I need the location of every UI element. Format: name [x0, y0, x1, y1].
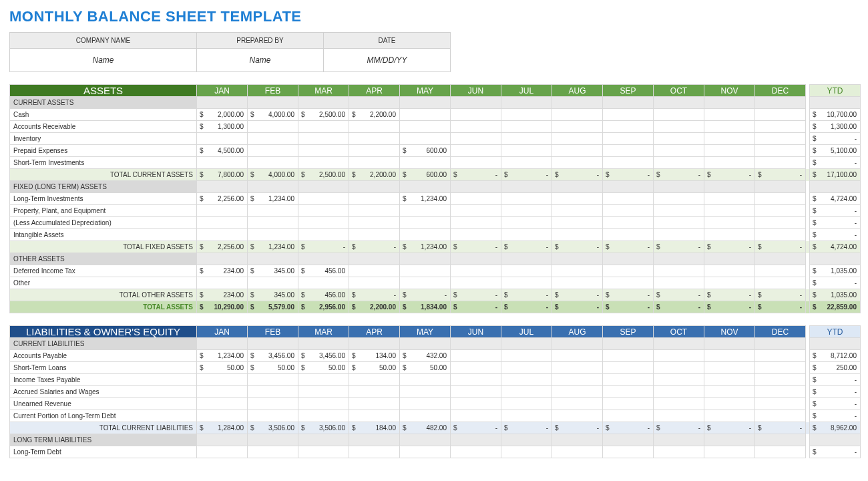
- cell[interactable]: [400, 265, 451, 277]
- cell[interactable]: [248, 157, 298, 169]
- cell[interactable]: [248, 217, 298, 229]
- cell[interactable]: [704, 410, 755, 422]
- cell[interactable]: $1,300.00: [810, 121, 861, 133]
- cell[interactable]: [755, 362, 806, 374]
- cell[interactable]: $456.00: [298, 265, 349, 277]
- cell[interactable]: $1,234.00: [197, 350, 248, 362]
- cell[interactable]: $1,284.00: [197, 422, 248, 434]
- cell[interactable]: $10,700.00: [810, 109, 861, 121]
- cell[interactable]: [654, 229, 704, 241]
- cell[interactable]: [603, 362, 654, 374]
- cell[interactable]: [501, 386, 552, 398]
- cell[interactable]: [197, 410, 248, 422]
- cell[interactable]: [298, 277, 349, 289]
- cell[interactable]: [400, 386, 451, 398]
- cell[interactable]: $3,456.00: [248, 350, 298, 362]
- cell[interactable]: $2,256.00: [197, 193, 248, 205]
- cell[interactable]: [755, 121, 806, 133]
- cell[interactable]: [704, 205, 755, 217]
- cell[interactable]: $1,234.00: [248, 193, 298, 205]
- cell[interactable]: [755, 109, 806, 121]
- cell[interactable]: [704, 229, 755, 241]
- cell[interactable]: [552, 446, 603, 458]
- cell[interactable]: [349, 410, 400, 422]
- cell[interactable]: $4,724.00: [810, 241, 861, 253]
- cell[interactable]: [400, 109, 451, 121]
- cell[interactable]: [451, 410, 501, 422]
- cell[interactable]: $-: [552, 422, 603, 434]
- cell[interactable]: [603, 410, 654, 422]
- cell[interactable]: $-: [810, 446, 861, 458]
- cell[interactable]: $-: [603, 241, 654, 253]
- cell[interactable]: [501, 157, 552, 169]
- cell[interactable]: [704, 133, 755, 145]
- cell[interactable]: [197, 446, 248, 458]
- cell[interactable]: [451, 205, 501, 217]
- cell[interactable]: [400, 410, 451, 422]
- cell[interactable]: [501, 277, 552, 289]
- cell[interactable]: [755, 145, 806, 157]
- cell[interactable]: [755, 277, 806, 289]
- cell[interactable]: [755, 133, 806, 145]
- cell[interactable]: [552, 193, 603, 205]
- cell[interactable]: [400, 374, 451, 386]
- cell[interactable]: [501, 350, 552, 362]
- cell[interactable]: [197, 229, 248, 241]
- cell[interactable]: $-: [810, 205, 861, 217]
- cell[interactable]: $-: [603, 422, 654, 434]
- cell[interactable]: $2,200.00: [349, 301, 400, 313]
- cell[interactable]: $234.00: [197, 265, 248, 277]
- cell[interactable]: [451, 265, 501, 277]
- cell[interactable]: [704, 145, 755, 157]
- cell[interactable]: [197, 277, 248, 289]
- cell[interactable]: $-: [654, 289, 704, 301]
- cell[interactable]: $22,859.00: [810, 301, 861, 313]
- cell[interactable]: [552, 362, 603, 374]
- cell[interactable]: [349, 277, 400, 289]
- cell[interactable]: [654, 398, 704, 410]
- cell[interactable]: [298, 446, 349, 458]
- cell[interactable]: $-: [810, 410, 861, 422]
- cell[interactable]: [501, 109, 552, 121]
- cell[interactable]: [298, 145, 349, 157]
- cell[interactable]: [552, 374, 603, 386]
- cell[interactable]: $17,100.00: [810, 169, 861, 181]
- cell[interactable]: [501, 229, 552, 241]
- cell[interactable]: $50.00: [197, 362, 248, 374]
- cell[interactable]: [451, 398, 501, 410]
- cell[interactable]: [704, 374, 755, 386]
- cell[interactable]: [349, 193, 400, 205]
- cell[interactable]: [654, 446, 704, 458]
- cell[interactable]: $2,000.00: [197, 109, 248, 121]
- cell[interactable]: [349, 374, 400, 386]
- cell[interactable]: [197, 133, 248, 145]
- cell[interactable]: $1,234.00: [400, 241, 451, 253]
- cell[interactable]: [654, 350, 704, 362]
- cell[interactable]: $2,256.00: [197, 241, 248, 253]
- cell[interactable]: [654, 265, 704, 277]
- cell[interactable]: $-: [755, 241, 806, 253]
- cell[interactable]: [603, 398, 654, 410]
- cell[interactable]: $5,100.00: [810, 145, 861, 157]
- cell[interactable]: [704, 362, 755, 374]
- cell[interactable]: [552, 410, 603, 422]
- cell[interactable]: $2,956.00: [298, 301, 349, 313]
- cell[interactable]: $-: [349, 289, 400, 301]
- cell[interactable]: [755, 410, 806, 422]
- cell[interactable]: [197, 386, 248, 398]
- cell[interactable]: $600.00: [400, 145, 451, 157]
- cell[interactable]: [603, 277, 654, 289]
- cell[interactable]: $-: [810, 277, 861, 289]
- cell[interactable]: $1,234.00: [400, 193, 451, 205]
- cell[interactable]: [197, 398, 248, 410]
- cell[interactable]: [349, 157, 400, 169]
- cell[interactable]: [603, 229, 654, 241]
- cell[interactable]: [400, 157, 451, 169]
- cell[interactable]: [248, 229, 298, 241]
- cell[interactable]: $-: [552, 169, 603, 181]
- cell[interactable]: [451, 133, 501, 145]
- cell[interactable]: $-: [654, 422, 704, 434]
- cell[interactable]: $1,035.00: [810, 289, 861, 301]
- cell[interactable]: $-: [552, 289, 603, 301]
- cell[interactable]: [298, 121, 349, 133]
